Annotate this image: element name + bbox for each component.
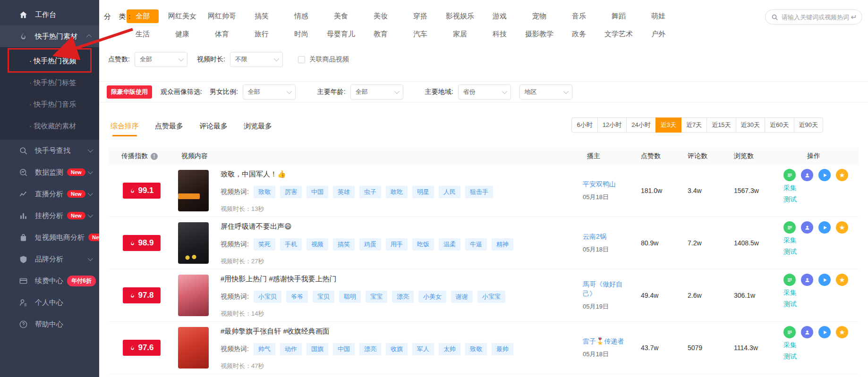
sidebar-item-hot-material[interactable]: 快手热门素材 — [0, 25, 99, 47]
sidebar-item-ecommerce-analysis[interactable]: 短视频电商分析 New — [0, 226, 99, 248]
likes-select[interactable]: 全部 — [135, 52, 187, 67]
hot-word-tag[interactable]: 宝贝 — [313, 291, 334, 303]
hot-word-tag[interactable]: 用手 — [386, 238, 408, 251]
hot-word-tag[interactable]: 小宝贝 — [254, 291, 281, 303]
province-select[interactable]: 省份 — [458, 84, 511, 100]
sidebar-item-hot-videos[interactable]: · 快手热门视频 — [0, 50, 99, 72]
sidebar-item-help-center[interactable]: 帮助中心 — [0, 313, 99, 335]
category-item[interactable]: 影视娱乐 — [446, 12, 474, 21]
category-item[interactable]: 游戏 — [493, 12, 507, 21]
category-item[interactable]: 时尚 — [294, 30, 308, 39]
audience-icon[interactable] — [801, 221, 813, 234]
gender-select[interactable]: 全部 — [243, 84, 296, 100]
hot-word-tag[interactable]: 牛逼 — [465, 238, 487, 251]
collect-link[interactable]: 采集 — [783, 341, 859, 350]
category-item[interactable]: 宠物 — [532, 12, 546, 21]
sidebar-item-my-favorites[interactable]: · 我收藏的素材 — [0, 115, 99, 137]
time-range-button[interactable]: 近30天 — [736, 117, 765, 133]
author-link[interactable]: 云南2锅 — [583, 232, 628, 242]
hot-word-tag[interactable]: 漂亮 — [392, 291, 414, 303]
video-title[interactable]: 致敬，中国军人！👍 — [221, 170, 493, 179]
star-icon[interactable]: ★ — [836, 221, 848, 234]
category-item[interactable]: 美妆 — [374, 12, 388, 21]
category-item[interactable]: 穿搭 — [413, 12, 427, 21]
category-item[interactable]: 文学艺术 — [604, 30, 633, 39]
time-range-button[interactable]: 6小时 — [571, 117, 597, 133]
category-item[interactable]: 美食 — [334, 12, 348, 21]
hot-word-tag[interactable]: 英雄 — [333, 186, 355, 198]
time-range-button[interactable]: 近15天 — [706, 117, 736, 133]
hot-word-tag[interactable]: 太帅 — [439, 343, 460, 355]
sidebar-item-hot-music[interactable]: · 快手热门音乐 — [0, 93, 99, 115]
hot-word-tag[interactable]: 聪明 — [339, 291, 361, 303]
wordcloud-icon[interactable] — [783, 326, 796, 338]
category-item[interactable]: 户外 — [651, 30, 665, 39]
category-item[interactable]: 舞蹈 — [612, 12, 626, 21]
wordcloud-icon[interactable] — [783, 274, 796, 286]
test-link[interactable]: 测试 — [783, 300, 859, 309]
sidebar-item-hot-tags[interactable]: · 快手热门标签 — [0, 72, 99, 93]
enter-icon[interactable]: ↵ — [851, 13, 857, 22]
sidebar-item-brand-analysis[interactable]: 品牌分析 — [0, 248, 99, 270]
hot-word-tag[interactable]: 人民 — [439, 186, 460, 198]
sidebar-item-rank-analysis[interactable]: 挂榜分析 New — [0, 205, 99, 226]
hot-word-tag[interactable]: 最帅 — [492, 343, 513, 355]
play-icon[interactable] — [818, 274, 831, 286]
test-link[interactable]: 测试 — [783, 195, 859, 204]
hot-word-tag[interactable]: 精神 — [492, 238, 513, 251]
category-item[interactable]: 生活 — [136, 30, 150, 39]
hot-word-tag[interactable]: 厉害 — [280, 186, 302, 198]
category-item[interactable]: 健康 — [175, 30, 189, 39]
category-item[interactable]: 音乐 — [572, 12, 586, 21]
collect-link[interactable]: 采集 — [783, 236, 859, 245]
hot-word-tag[interactable]: 中国 — [333, 343, 355, 355]
duration-select[interactable]: 不限 — [230, 52, 283, 67]
collect-link[interactable]: 采集 — [783, 184, 859, 193]
hot-word-tag[interactable]: 帅气 — [254, 343, 275, 355]
hot-word-tag[interactable]: 温柔 — [439, 238, 460, 251]
tab-composite-sort[interactable]: 综合排序 — [111, 122, 139, 136]
video-thumbnail[interactable] — [178, 327, 209, 369]
star-icon[interactable]: ★ — [836, 274, 848, 286]
hot-word-tag[interactable]: 谢谢 — [451, 291, 473, 303]
hot-word-tag[interactable]: 致敬 — [254, 186, 275, 198]
sidebar-item-account-search[interactable]: 快手号查找 — [0, 140, 99, 161]
play-icon[interactable] — [818, 169, 831, 181]
audience-icon[interactable] — [801, 274, 813, 286]
sidebar-item-renew-center[interactable]: 续费中心 年付6折 — [0, 270, 99, 292]
video-title[interactable]: #用快影上热门 #感谢快手我要上热门 — [221, 275, 505, 284]
video-thumbnail[interactable] — [178, 170, 209, 211]
star-icon[interactable]: ★ — [836, 326, 848, 338]
time-range-button-active[interactable]: 近3天 — [655, 117, 681, 133]
hot-word-tag[interactable]: 动作 — [280, 343, 302, 355]
sidebar-item-live-analysis[interactable]: 直播分析 New — [0, 183, 99, 205]
time-range-button[interactable]: 近90天 — [794, 117, 823, 133]
category-item[interactable]: 旅行 — [255, 30, 269, 39]
hot-word-tag[interactable]: 致敬 — [465, 343, 487, 355]
category-item[interactable]: 萌娃 — [651, 12, 665, 21]
wordcloud-icon[interactable] — [783, 221, 796, 234]
time-range-button[interactable]: 12小时 — [597, 117, 627, 133]
author-link[interactable]: 馬哥《做好自己》 — [583, 280, 628, 298]
category-item[interactable]: 政务 — [572, 30, 586, 39]
time-range-button[interactable]: 24小时 — [626, 117, 655, 133]
hot-word-tag[interactable]: 吃饭 — [412, 238, 434, 251]
category-item[interactable]: 家居 — [453, 30, 467, 39]
video-title[interactable]: 屏住呼吸请不要出声😄 — [221, 222, 513, 231]
hot-word-tag[interactable]: 狙击手 — [465, 186, 493, 198]
hot-word-tag[interactable]: 手机 — [280, 238, 302, 251]
hot-word-tag[interactable]: 搞笑 — [333, 238, 355, 251]
time-range-button[interactable]: 近60天 — [765, 117, 794, 133]
info-icon[interactable]: ! — [151, 153, 158, 160]
audience-icon[interactable] — [801, 169, 813, 181]
star-icon[interactable]: ★ — [836, 169, 848, 181]
hot-word-tag[interactable]: 收旗 — [386, 343, 408, 355]
category-item[interactable]: 摄影教学 — [525, 30, 553, 39]
age-select[interactable]: 全部 — [350, 84, 403, 100]
category-item[interactable]: 科技 — [493, 30, 507, 39]
search-input[interactable] — [782, 14, 849, 21]
tab-most-likes[interactable]: 点赞最多 — [155, 122, 183, 136]
category-item[interactable]: 教育 — [374, 30, 388, 39]
hot-word-tag[interactable]: 虫子 — [359, 186, 381, 198]
category-item[interactable]: 网红帅哥 — [208, 12, 236, 21]
